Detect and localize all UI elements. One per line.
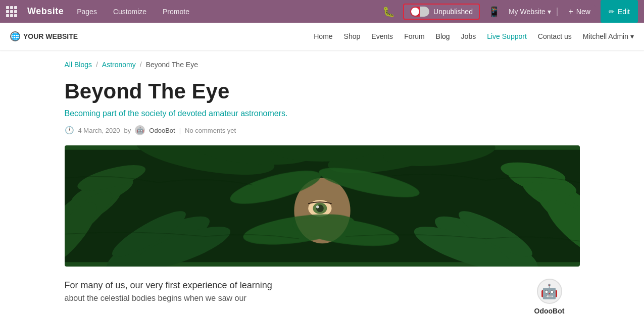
author-avatar-small: 🤖	[135, 125, 145, 135]
hero-image	[65, 145, 580, 267]
admin-user-chevron: ▾	[630, 32, 634, 40]
blog-by: by	[124, 127, 131, 134]
blog-meta: 🕐 4 March, 2020 by 🤖 OdooBot | No commen…	[65, 125, 580, 135]
svg-point-28	[316, 205, 319, 208]
nav-blog[interactable]: Blog	[436, 32, 450, 40]
my-website-btn[interactable]: My Website ▾	[509, 8, 551, 16]
article-text: For many of us, our very first experienc…	[65, 279, 509, 304]
nav-events[interactable]: Events	[371, 32, 393, 40]
grid-menu-icon[interactable]	[6, 6, 17, 17]
mobile-view-icon[interactable]: 📱	[485, 6, 504, 18]
article-intro-line2: about the celestial bodies begins when w…	[65, 292, 509, 304]
author-avatar-large: 🤖	[537, 279, 562, 304]
nav-shop[interactable]: Shop	[344, 32, 361, 40]
breadcrumb-sep-2: /	[140, 61, 142, 69]
blog-subtitle: Becoming part of the society of devoted …	[65, 109, 580, 118]
admin-logo[interactable]: Website	[27, 6, 64, 17]
breadcrumb: All Blogs / Astronomy / Beyond The Eye	[65, 61, 580, 69]
edit-button[interactable]: ✏ Edit	[601, 0, 638, 23]
website-logo-text: YOUR WEBSITE	[23, 32, 78, 40]
admin-user-name: Mitchell Admin	[583, 32, 628, 40]
plus-icon: +	[569, 7, 573, 16]
pages-nav[interactable]: Pages	[74, 6, 100, 18]
meta-pipe: |	[179, 127, 181, 134]
article-intro-line1: For many of us, our very first experienc…	[65, 279, 509, 292]
author-sidebar: 🤖 OdooBot 4 March, 2020	[519, 279, 580, 314]
website-nav-links: Home Shop Events Forum Blog Jobs Live Su…	[314, 32, 634, 40]
blog-date: 4 March, 2020	[78, 127, 120, 134]
breadcrumb-category[interactable]: Astronomy	[102, 61, 136, 69]
toggle-knob	[411, 8, 419, 16]
blog-comments: No comments yet	[185, 127, 236, 134]
website-logo[interactable]: 🌐 YOUR WEBSITE	[10, 31, 314, 41]
separator-1: |	[556, 6, 559, 17]
blog-author: OdooBot	[149, 127, 175, 134]
nav-jobs[interactable]: Jobs	[461, 32, 476, 40]
nav-live-support[interactable]: Live Support	[487, 32, 527, 40]
nav-contact-us[interactable]: Contact us	[538, 32, 572, 40]
publish-toggle[interactable]	[410, 7, 429, 17]
breadcrumb-sep-1: /	[96, 61, 98, 69]
breadcrumb-all-blogs[interactable]: All Blogs	[65, 61, 92, 69]
my-website-label: My Website	[509, 8, 546, 16]
article-preview: For many of us, our very first experienc…	[65, 279, 580, 314]
admin-bar: Website Pages Customize Promote 🐛 Unpubl…	[0, 0, 644, 23]
my-website-chevron: ▾	[548, 8, 551, 16]
new-label: New	[576, 8, 590, 16]
unpublished-label: Unpublished	[433, 8, 473, 16]
debug-icon[interactable]: 🐛	[379, 6, 398, 18]
clock-icon: 🕐	[65, 126, 74, 135]
author-sidebar-name: OdooBot	[534, 307, 565, 314]
globe-icon: 🌐	[10, 31, 20, 41]
breadcrumb-current: Beyond The Eye	[146, 61, 198, 69]
new-button[interactable]: + New	[564, 5, 596, 18]
edit-label: Edit	[618, 8, 630, 16]
nav-home[interactable]: Home	[314, 32, 332, 40]
nav-forum[interactable]: Forum	[404, 32, 424, 40]
admin-user-menu[interactable]: Mitchell Admin ▾	[583, 32, 634, 40]
hero-svg	[65, 145, 580, 267]
unpublished-toggle-box[interactable]: Unpublished	[403, 4, 480, 20]
blog-title: Beyond The Eye	[65, 79, 580, 104]
customize-nav[interactable]: Customize	[110, 6, 150, 18]
promote-nav[interactable]: Promote	[160, 6, 192, 18]
main-content: All Blogs / Astronomy / Beyond The Eye B…	[44, 50, 600, 314]
pencil-icon: ✏	[609, 8, 615, 16]
website-nav: 🌐 YOUR WEBSITE Home Shop Events Forum Bl…	[0, 23, 644, 50]
